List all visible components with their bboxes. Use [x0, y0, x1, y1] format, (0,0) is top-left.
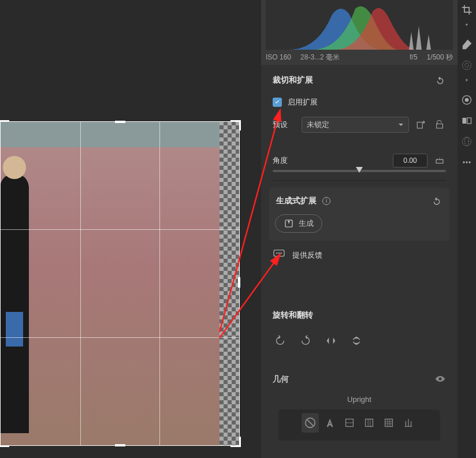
geo-panel-title: 几何 — [273, 374, 434, 385]
svg-point-11 — [463, 61, 471, 70]
feedback-label: 提供反馈 — [292, 250, 322, 260]
radial-tool-icon[interactable] — [460, 59, 473, 72]
swap-orientation-icon[interactable] — [415, 118, 427, 131]
generate-label: 生成 — [299, 218, 314, 229]
exif-info: ISO 160 28-3...2 毫米 f/5 1/500 秒 — [266, 51, 453, 63]
image-preview — [0, 121, 240, 446]
enable-expand-checkbox[interactable] — [273, 98, 282, 107]
angle-slider[interactable] — [273, 170, 446, 172]
svg-rect-1 — [436, 160, 443, 163]
reset-icon[interactable] — [434, 76, 446, 85]
transparent-extension — [220, 121, 240, 446]
upright-vertical-button[interactable] — [360, 413, 378, 433]
shutter-value: 1/500 秒 — [427, 53, 453, 62]
svg-point-17 — [463, 137, 471, 146]
straighten-icon[interactable] — [433, 154, 446, 167]
feedback-button[interactable]: 提供反馈 — [261, 241, 458, 269]
compare-tool-icon[interactable] — [460, 114, 473, 127]
generate-button[interactable]: 生成 — [275, 214, 322, 233]
angle-slider-thumb[interactable] — [356, 167, 363, 173]
upright-off-button[interactable] — [302, 413, 319, 433]
globe-tool-icon[interactable] — [460, 135, 473, 148]
upright-full-button[interactable] — [380, 413, 397, 433]
preset-label: 预设 — [273, 120, 296, 130]
rotate-flip-panel: 旋转和翻转 — [261, 303, 458, 363]
focal-value: 28-3...2 毫米 — [300, 53, 340, 62]
rotate-cw-button[interactable] — [298, 333, 313, 348]
svg-point-18 — [465, 137, 469, 146]
rotate-ccw-button[interactable] — [273, 333, 288, 348]
preset-value: 未锁定 — [307, 120, 329, 130]
gen-panel-title: 生成式扩展 — [276, 196, 317, 206]
svg-rect-16 — [467, 118, 471, 124]
iso-value: ISO 160 — [266, 53, 291, 61]
histogram[interactable]: ISO 160 28-3...2 毫米 f/5 1/500 秒 — [261, 0, 458, 65]
canvas-area — [0, 0, 261, 458]
geometry-panel: 几何 Upright — [261, 367, 458, 441]
feedback-icon — [273, 249, 285, 261]
upright-level-button[interactable] — [341, 413, 358, 433]
right-toolbar: + + — [458, 0, 476, 458]
enable-expand-label: 启用扩展 — [288, 97, 318, 107]
upright-label: Upright — [261, 392, 458, 409]
lock-icon[interactable] — [433, 118, 446, 131]
info-icon[interactable]: i — [322, 197, 330, 205]
person-silhouette — [0, 173, 29, 433]
crop-expand-panel: 裁切和扩展 启用扩展 预设 未锁定 角度 — [261, 68, 458, 281]
svg-point-6 — [280, 252, 281, 254]
histogram-graph — [266, 0, 453, 50]
svg-point-5 — [278, 252, 280, 254]
upright-auto-button[interactable] — [321, 413, 339, 433]
svg-rect-0 — [417, 122, 422, 129]
visibility-icon[interactable] — [434, 375, 446, 385]
flip-horizontal-button[interactable] — [323, 333, 339, 348]
svg-point-12 — [465, 64, 469, 68]
svg-point-20 — [466, 161, 467, 163]
rotate-panel-title: 旋转和翻转 — [273, 310, 313, 321]
svg-rect-10 — [385, 419, 393, 427]
angle-label: 角度 — [273, 155, 387, 166]
eraser-tool-icon[interactable] — [460, 38, 473, 51]
svg-point-19 — [463, 161, 464, 163]
aperture-value: f/5 — [410, 53, 417, 61]
svg-rect-9 — [366, 419, 373, 427]
crop-tool-icon[interactable] — [460, 3, 473, 16]
eye-tool-icon[interactable] — [460, 94, 473, 106]
generative-expand-panel: 生成式扩展 i 生成 — [269, 188, 449, 241]
crop-frame[interactable] — [0, 121, 240, 446]
more-tool-icon[interactable] — [460, 156, 473, 169]
properties-panel: ISO 160 28-3...2 毫米 f/5 1/500 秒 裁切和扩展 启用… — [261, 0, 458, 458]
angle-input[interactable] — [393, 154, 427, 167]
svg-point-21 — [468, 161, 470, 163]
preset-select[interactable]: 未锁定 — [302, 117, 409, 133]
flip-vertical-button[interactable] — [349, 333, 364, 348]
gen-reset-icon[interactable] — [431, 196, 442, 206]
upright-buttons — [278, 409, 440, 441]
svg-point-4 — [276, 252, 277, 254]
crop-panel-title: 裁切和扩展 — [273, 75, 313, 85]
svg-rect-15 — [463, 118, 467, 124]
svg-point-14 — [465, 98, 469, 102]
upright-guided-button[interactable] — [400, 413, 417, 433]
